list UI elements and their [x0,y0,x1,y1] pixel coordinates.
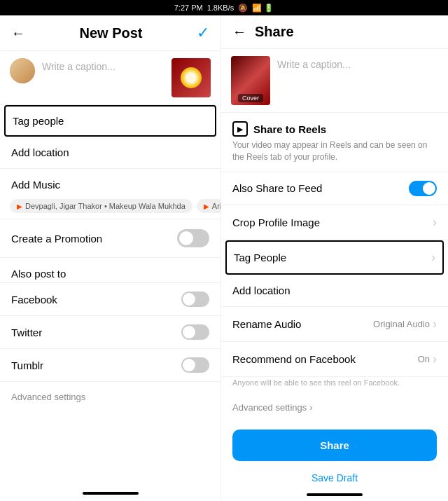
rename-audio-value: Original Audio › [373,317,437,331]
tag-people-right-chevron: › [431,250,435,265]
facebook-toggle[interactable] [181,291,209,307]
caption-input[interactable]: Write a caption... [42,58,164,72]
recommend-facebook-item[interactable]: Recommend on Facebook On › [221,342,448,377]
status-network: 1.8KB/s [207,4,234,12]
main-container: ← New Post ✓ Write a caption... Tag peop… [0,15,448,501]
music-chip-label-2: Arijit Singh [212,202,220,210]
also-share-feed-label: Also Share to Feed [232,182,322,194]
music-chip-1[interactable]: ▶ Devpagli, Jigar Thakor • Makeup Wala M… [10,199,192,213]
home-indicator-right [221,489,448,501]
add-music-label: Add Music [11,179,60,191]
home-bar [83,492,139,495]
right-header: ← Share [221,15,448,49]
music-icon-2: ▶ [204,203,209,210]
add-location-item[interactable]: Add location [0,137,220,169]
create-promotion-row: Create a Promotion [0,219,220,258]
add-location-right-label: Add location [232,284,290,296]
cover-label: Cover [238,94,263,102]
recommend-facebook-value: On › [418,352,437,366]
back-button-right[interactable]: ← [232,24,246,40]
music-chips: ▶ Devpagli, Jigar Thakor • Makeup Wala M… [0,193,220,219]
status-time: 7:27 PM [174,4,203,12]
add-location-label: Add location [11,146,69,158]
twitter-toggle[interactable] [181,324,209,340]
facebook-label: Facebook [11,294,57,306]
avatar-image [10,58,35,83]
left-panel: ← New Post ✓ Write a caption... Tag peop… [0,15,221,501]
tag-people-right-item[interactable]: Tag People › [225,240,444,275]
share-to-reels-section: ▶ Share to Reels Your video may appear i… [221,113,448,172]
rename-audio-current: Original Audio [373,319,430,329]
tumblr-label: Tumblr [11,359,43,371]
status-battery: 📶 🔋 [252,4,274,13]
music-icon-1: ▶ [17,203,22,210]
advanced-settings-chevron: › [309,402,312,413]
rename-audio-item[interactable]: Rename Audio Original Audio › [221,307,448,342]
recommend-facebook-chevron: › [433,352,437,366]
share-to-reels-title: ▶ Share to Reels [232,121,437,137]
post-thumbnail [172,58,211,97]
crop-profile-label: Crop Profile Image [232,217,320,228]
share-caption-row: Cover Write a caption... [221,49,448,113]
also-share-feed-thumb [423,182,435,195]
reels-icon: ▶ [232,121,248,137]
twitter-label: Twitter [11,327,42,338]
left-header: ← New Post ✓ [0,15,220,51]
back-button-left[interactable]: ← [11,25,25,41]
save-draft-button[interactable]: Save Draft [221,467,448,489]
toggle-thumb [179,231,193,245]
facebook-row: Facebook [0,283,220,316]
add-location-right-item[interactable]: Add location [221,275,448,307]
advanced-settings-left[interactable]: Advanced settings [0,382,220,412]
twitter-toggle-thumb [183,326,195,338]
crop-profile-chevron: › [433,215,437,230]
cover-thumbnail: Cover [231,56,270,105]
rename-audio-label: Rename Audio [232,318,301,330]
twitter-row: Twitter [0,316,220,349]
facebook-toggle-thumb [183,293,195,306]
avatar [10,58,35,83]
music-chip-label-1: Devpagli, Jigar Thakor • Makeup Wala Muk… [25,202,186,210]
tag-people-label: Tag people [13,115,64,127]
caption-row: Write a caption... [0,51,220,105]
crop-profile-image-item[interactable]: Crop Profile Image › [221,205,448,240]
recommend-desc: Anyone will be able to see this reel on … [221,377,448,394]
tumblr-row: Tumblr [0,349,220,382]
right-panel: ← Share Cover Write a caption... ▶ Share… [221,15,448,501]
share-to-reels-desc: Your video may appear in Reels and can b… [232,139,437,163]
add-music-item[interactable]: Add Music [0,169,220,193]
status-mute: 🔕 [238,4,248,13]
left-title: New Post [79,25,142,41]
also-share-feed-row: Also Share to Feed [221,172,448,205]
recommend-facebook-label: Recommend on Facebook [232,353,356,365]
tumblr-toggle-thumb [183,359,195,371]
share-caption-input[interactable]: Write a caption... [277,56,438,70]
status-bar: 7:27 PM 1.8KB/s 🔕 📶 🔋 [0,0,448,15]
also-share-feed-toggle[interactable] [409,181,437,196]
home-indicator-left [0,486,220,501]
tag-people-item[interactable]: Tag people [4,105,216,137]
share-button[interactable]: Share [232,430,437,461]
create-promotion-toggle[interactable] [177,229,209,247]
home-bar-right [307,493,363,496]
checkmark-button[interactable]: ✓ [197,24,209,42]
rename-audio-chevron: › [433,317,437,331]
advanced-settings-right[interactable]: Advanced settings › [221,394,448,421]
music-chip-2[interactable]: ▶ Arijit Singh [197,199,220,213]
recommend-facebook-status: On [418,354,430,364]
also-post-to-label: Also post to [11,268,66,280]
also-post-to-item: Also post to [0,258,220,283]
tumblr-toggle[interactable] [181,357,209,373]
create-promotion-label: Create a Promotion [11,233,102,245]
tag-people-right-label: Tag People [234,252,286,263]
thumbnail-flower [181,67,202,88]
right-title: Share [255,24,294,40]
